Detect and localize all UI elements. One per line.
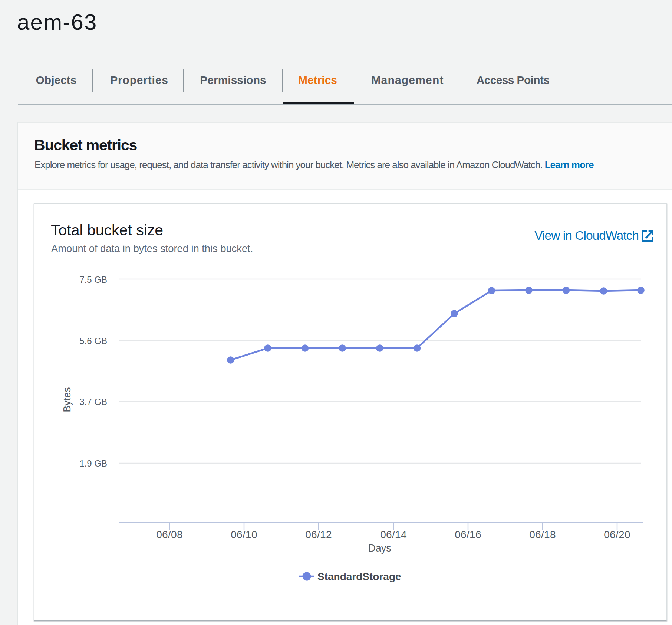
svg-text:StandardStorage: StandardStorage (317, 571, 401, 582)
svg-text:1.9 GB: 1.9 GB (79, 458, 107, 468)
svg-text:5.6 GB: 5.6 GB (79, 336, 107, 346)
svg-text:7.5 GB: 7.5 GB (79, 275, 107, 285)
svg-text:06/10: 06/10 (231, 529, 257, 540)
svg-text:06/16: 06/16 (455, 529, 481, 540)
svg-text:Bytes: Bytes (62, 387, 73, 412)
svg-text:Days: Days (368, 543, 391, 554)
svg-text:3.7 GB: 3.7 GB (79, 397, 107, 407)
svg-text:06/14: 06/14 (380, 529, 407, 540)
svg-text:06/08: 06/08 (156, 529, 183, 540)
svg-text:06/18: 06/18 (529, 529, 556, 540)
svg-text:06/12: 06/12 (305, 529, 332, 540)
svg-text:06/20: 06/20 (604, 529, 630, 540)
